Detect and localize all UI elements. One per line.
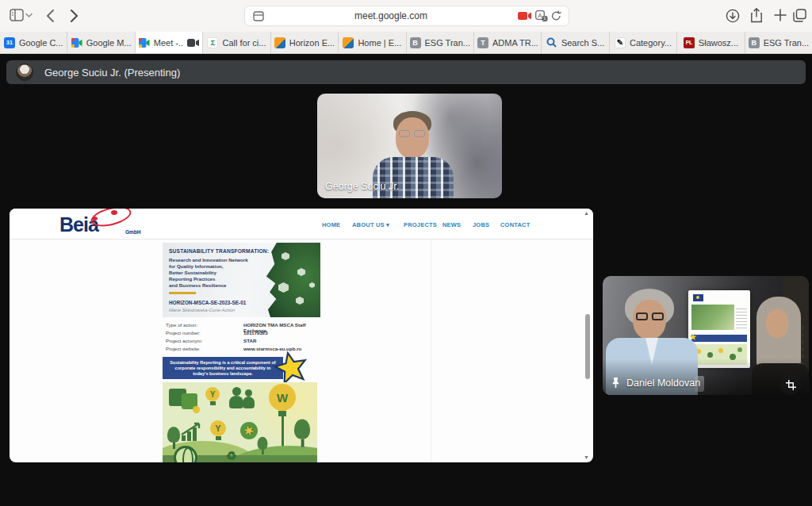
nav-jobs[interactable]: JOBS xyxy=(473,221,489,228)
tree-icon xyxy=(167,427,180,449)
sun-icon xyxy=(240,422,258,439)
search-favicon xyxy=(546,37,557,48)
tab-camera-indicator-icon[interactable] xyxy=(187,36,199,50)
forward-button[interactable] xyxy=(70,9,79,23)
tab-call-for-ci[interactable]: Σ Call for ci... xyxy=(203,32,270,53)
scroll-up-arrow[interactable]: ▲ xyxy=(584,210,589,216)
lightbulb-icon: Y xyxy=(210,420,226,436)
downloads-icon[interactable] xyxy=(726,9,740,23)
reload-icon[interactable] xyxy=(551,10,561,21)
chevron-down-icon: ▾ xyxy=(386,221,389,228)
crop-tile-button[interactable] xyxy=(780,374,801,395)
tab-strip: 31 Google C... Google M... Meet -... Σ C… xyxy=(0,32,812,54)
green-illustration: Y W Y ♻ xyxy=(163,382,317,462)
back-button[interactable] xyxy=(46,9,55,23)
nav-home[interactable]: HOME xyxy=(322,221,340,228)
svg-text:文: 文 xyxy=(542,16,547,21)
sidebar-toggle-icon[interactable] xyxy=(10,9,24,21)
letter-b-favicon: B xyxy=(410,37,421,48)
pen-favicon: ✎ xyxy=(615,37,626,48)
google-meet-favicon xyxy=(71,37,82,48)
tab-google-meet[interactable]: Google M... xyxy=(67,32,135,53)
video-tile-george[interactable]: George Suciu Jr. xyxy=(317,94,502,198)
tab-category[interactable]: ✎ Category... xyxy=(610,32,677,53)
growth-chart-icon xyxy=(180,420,204,441)
tree-icon xyxy=(258,437,268,454)
tab-home-e[interactable]: Home | E... xyxy=(339,32,406,53)
people-icon xyxy=(232,387,241,396)
sidebar-chevron-icon[interactable] xyxy=(25,13,33,18)
letter-t-favicon: T xyxy=(477,37,488,48)
eu-flag xyxy=(693,294,703,301)
presenter-avatar xyxy=(16,63,33,81)
nav-about-us[interactable]: ABOUT US ▾ xyxy=(352,221,389,228)
presenter-name: George Suciu Jr. (Presenting) xyxy=(44,67,180,79)
pin-icon xyxy=(611,377,621,389)
tile-name-label: George Suciu Jr. xyxy=(325,181,399,192)
letter-b-favicon: B xyxy=(749,37,760,48)
tab-meet-active[interactable]: Meet -... xyxy=(136,32,203,53)
tab-horizon[interactable]: Horizon E... xyxy=(271,32,339,53)
presenting-banner: George Suciu Jr. (Presenting) xyxy=(6,60,806,84)
video-tile-daniel[interactable]: Daniel Moldovan xyxy=(603,276,809,395)
new-tab-icon[interactable] xyxy=(774,9,787,21)
google-meet-favicon xyxy=(139,37,150,48)
poster-title: SUSTAINABILITY TRANSFORMATION: xyxy=(169,248,269,254)
pl-favicon: PŁ xyxy=(684,37,695,48)
crop-icon xyxy=(786,380,796,390)
share-icon[interactable] xyxy=(750,8,763,23)
yellow-accent-bar xyxy=(169,292,196,294)
tab-adma[interactable]: T ADMA TR... xyxy=(474,32,542,53)
address-bar[interactable]: meet.google.com A文 xyxy=(244,6,569,26)
website-header: Beia GmbH HOME ABOUT US ▾ PROJECTS NEWS … xyxy=(10,209,593,239)
action-name: Marie Skłodowska-Curie Action xyxy=(169,308,235,312)
tree-icon xyxy=(294,420,310,447)
star-icon xyxy=(274,351,308,385)
tab-overview-icon[interactable] xyxy=(793,9,806,22)
big-lightbulb-icon: W xyxy=(269,384,296,411)
page-settings-icon[interactable] xyxy=(253,11,264,21)
nav-news[interactable]: NEWS xyxy=(442,221,461,228)
recycle-icon: ♻ xyxy=(226,449,236,462)
poster-hero: SUSTAINABILITY TRANSFORMATION: Research … xyxy=(163,243,320,317)
quote-banner: Sustainability Reporting is a critical c… xyxy=(163,357,283,379)
scroll-down-arrow[interactable]: ▼ xyxy=(584,454,589,460)
shared-screen[interactable]: Beia GmbH HOME ABOUT US ▾ PROJECTS NEWS … xyxy=(10,209,593,462)
translate-icon[interactable]: A文 xyxy=(535,10,548,21)
tab-slawosz[interactable]: PŁ Sławosz... xyxy=(677,32,745,53)
sigma-favicon: Σ xyxy=(207,37,218,48)
meet-control-bar: 5:10 PM | jpv-ofbe-ghm xyxy=(0,462,812,506)
tab-esg-1[interactable]: B ESG Tran... xyxy=(407,32,474,53)
tab-search-s[interactable]: Search S... xyxy=(542,32,609,53)
browser-toolbar: meet.google.com A文 xyxy=(0,0,812,32)
beia-logo-suffix: GmbH xyxy=(125,229,141,235)
tab-google-calendar[interactable]: 31 Google C... xyxy=(0,32,67,53)
horizon-favicon xyxy=(343,37,354,48)
tile-name-label: Daniel Moldovan xyxy=(611,377,700,389)
nav-projects[interactable]: PROJECTS xyxy=(404,221,437,228)
tab-esg-2[interactable]: B ESG Tran... xyxy=(745,32,812,53)
scrollbar-thumb[interactable] xyxy=(585,314,590,379)
camera-active-icon[interactable] xyxy=(518,11,532,21)
call-identifier: HORIZON-MSCA-SE-2023-SE-01 xyxy=(169,300,246,305)
url-text[interactable]: meet.google.com xyxy=(264,10,518,21)
google-calendar-favicon: 31 xyxy=(4,37,15,48)
nav-contact[interactable]: CONTACT xyxy=(500,221,530,228)
horizon-favicon xyxy=(274,37,285,48)
lightbulb-icon: Y xyxy=(205,387,220,401)
project-poster: SUSTAINABILITY TRANSFORMATION: Research … xyxy=(163,243,320,462)
